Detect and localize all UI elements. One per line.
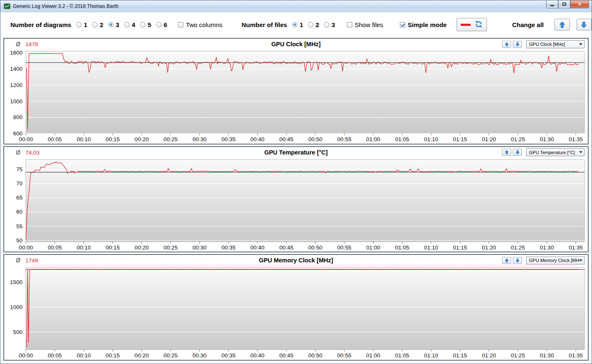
chart-svg: 600800100012001400160000:0000:0500:1000:… [4, 50, 588, 144]
files-option-1[interactable]: 1 [292, 21, 303, 28]
minimize-button[interactable] [546, 0, 558, 8]
x-tick-label: 00:15 [105, 352, 120, 359]
x-tick-label: 01:00 [366, 352, 380, 359]
x-tick-label: 00:00 [19, 352, 33, 359]
x-tick-label: 00:40 [251, 244, 265, 250]
x-tick-label: 00:35 [221, 352, 236, 359]
show-files-checkbox[interactable]: Show files [347, 21, 383, 28]
x-tick-label: 01:35 [569, 136, 583, 142]
x-tick-label: 00:50 [308, 244, 322, 250]
x-tick-label: 01:30 [540, 136, 554, 142]
diagrams-option-4[interactable]: 4 [124, 21, 135, 28]
panel-header: Ø 74,03 GPU Temperature [°C] GPU Tempera… [4, 147, 588, 158]
diagrams-option-2[interactable]: 2 [92, 21, 103, 28]
number-of-files-label: Number of files [241, 21, 287, 28]
x-tick-label: 00:05 [48, 244, 62, 250]
panel-move-up-button[interactable] [502, 41, 511, 48]
maximize-button[interactable] [558, 0, 570, 8]
diagrams-option-5[interactable]: 5 [140, 21, 151, 28]
x-tick-label: 00:25 [163, 244, 178, 250]
gpu-memory-clock-chart: 5001000150000:0000:0500:1000:1500:2000:2… [4, 266, 588, 360]
gpu-temperature-chart: 50556065707500:0000:0500:1000:1500:2000:… [4, 158, 588, 252]
down-arrow-icon [580, 21, 587, 28]
y-tick-label: 70 [16, 180, 23, 187]
charts-area: Ø 1479 GPU Clock [MHz] GPU Clock [MHz] 6… [0, 37, 592, 364]
panel-move-down-button[interactable] [513, 41, 522, 48]
y-tick-label: 800 [13, 114, 23, 120]
chart-panel-gpu-temperature: Ø 74,03 GPU Temperature [°C] GPU Tempera… [3, 146, 589, 253]
metric-dropdown[interactable]: GPU Memory Clock [MHz] [526, 257, 584, 264]
app-window: Generic Log Viewer 3.2 - © 2018 Thomas B… [0, 0, 592, 364]
panel-title: GPU Clock [MHz] [4, 41, 588, 47]
x-tick-label: 00:05 [48, 352, 62, 359]
change-all-down-button[interactable] [577, 19, 592, 30]
metric-dropdown[interactable]: GPU Temperature [°C] [526, 148, 584, 156]
diagrams-option-6[interactable]: 6 [156, 21, 167, 28]
x-tick-label: 00:20 [135, 136, 149, 142]
panel-move-down-button[interactable] [513, 257, 522, 264]
simple-mode-checkbox[interactable]: Simple mode [400, 21, 447, 28]
x-tick-label: 00:30 [193, 352, 207, 359]
line-style-refresh-button[interactable] [457, 18, 487, 31]
average-readout: Ø 1749 [16, 257, 38, 264]
titlebar: Generic Log Viewer 3.2 - © 2018 Thomas B… [0, 0, 592, 12]
radio-icon [140, 22, 145, 27]
average-value: 1479 [25, 41, 38, 47]
change-all-up-button[interactable] [554, 19, 569, 30]
panel-move-down-button[interactable] [513, 149, 522, 156]
y-tick-label: 1200 [10, 82, 23, 88]
x-tick-label: 00:35 [221, 136, 236, 142]
panel-header: Ø 1749 GPU Memory Clock [MHz] GPU Memory… [4, 255, 588, 266]
up-arrow-icon [504, 42, 509, 47]
panel-controls: GPU Clock [MHz] [502, 40, 584, 48]
x-tick-label: 01:25 [511, 244, 525, 250]
files-option-3[interactable]: 3 [324, 21, 335, 28]
y-tick-label: 50 [16, 237, 23, 243]
down-arrow-icon [515, 150, 520, 155]
x-tick-label: 00:25 [163, 136, 178, 142]
x-tick-label: 01:20 [482, 244, 496, 250]
x-tick-label: 00:45 [279, 136, 293, 142]
x-tick-label: 01:25 [511, 352, 525, 359]
radio-icon [308, 22, 314, 27]
x-tick-label: 00:55 [337, 136, 351, 142]
chevron-down-icon [579, 259, 582, 262]
panel-move-up-button[interactable] [502, 257, 511, 264]
x-tick-label: 00:30 [193, 136, 207, 142]
number-of-diagrams-label: Number of diagrams [10, 21, 71, 28]
x-tick-label: 01:20 [482, 136, 496, 142]
app-icon [4, 3, 10, 10]
y-tick-label: 1500 [10, 279, 23, 285]
panel-title: GPU Temperature [°C] [4, 149, 588, 156]
y-tick-label: 1400 [10, 66, 23, 72]
metric-dropdown[interactable]: GPU Clock [MHz] [526, 40, 584, 48]
red-line-icon [461, 24, 471, 26]
window-title: Generic Log Viewer 3.2 - © 2018 Thomas B… [13, 3, 118, 9]
x-tick-label: 01:30 [540, 352, 554, 359]
panel-controls: GPU Memory Clock [MHz] [502, 257, 584, 264]
panel-title: GPU Memory Clock [MHz] [4, 257, 588, 264]
x-tick-label: 01:15 [453, 352, 467, 359]
down-arrow-icon [515, 42, 520, 47]
y-tick-label: 1600 [10, 50, 23, 56]
diagrams-option-3[interactable]: 3 [108, 21, 119, 28]
diagrams-option-1[interactable]: 1 [76, 21, 87, 28]
chart-svg: 5001000150000:0000:0500:1000:1500:2000:2… [4, 266, 588, 360]
checkbox-icon [178, 22, 183, 27]
x-tick-label: 01:00 [366, 244, 380, 250]
radio-checked-icon [292, 22, 298, 27]
radio-icon [92, 22, 98, 27]
average-readout: Ø 1479 [16, 41, 38, 47]
two-columns-checkbox[interactable]: Two columns [178, 21, 223, 28]
change-all-label: Change all [512, 21, 544, 28]
close-button[interactable]: × [570, 0, 589, 8]
files-option-2[interactable]: 2 [308, 21, 319, 28]
panel-move-up-button[interactable] [502, 149, 511, 156]
x-tick-label: 00:10 [77, 352, 91, 359]
x-tick-label: 00:10 [77, 244, 91, 250]
radio-icon [324, 22, 329, 27]
average-value: 74,03 [25, 150, 40, 156]
minimize-icon [550, 5, 554, 6]
x-tick-label: 00:00 [19, 244, 33, 250]
average-symbol: Ø [16, 149, 20, 156]
